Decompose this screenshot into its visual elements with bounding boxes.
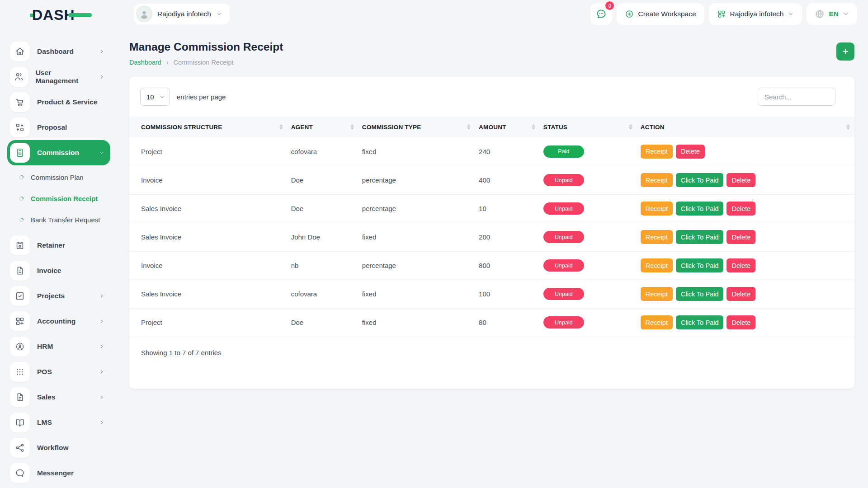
sidebar-item-hrm[interactable]: HRM [7,334,110,359]
click-to-paid-button[interactable]: Click To Paid [676,258,724,272]
page-size-select[interactable]: 10 [140,88,170,106]
receipt-button[interactable]: Receipt [641,258,673,272]
cell-actions: ReceiptDelete [637,137,854,166]
sidebar: Dashboard User Management Product & Serv… [0,29,117,488]
sidebar-item-label: User Management [36,69,91,85]
receipt-button[interactable]: Receipt [641,230,673,244]
receipt-button[interactable]: Receipt [641,315,673,329]
sidebar-item-dashboard[interactable]: Dashboard [7,39,110,64]
click-to-paid-button[interactable]: Click To Paid [676,287,724,301]
delete-button[interactable]: Delete [726,258,755,272]
receipt-button[interactable]: Receipt [641,173,673,187]
cell-amount: 400 [475,166,540,194]
chevron-down-icon [99,150,105,156]
data-table: COMMISSION STRUCTUREAGENTCOMMISSION TYPE… [129,117,854,337]
click-to-paid-button[interactable]: Click To Paid [676,315,724,329]
sidebar-item-commission[interactable]: Commission [7,140,110,165]
cell-actions: ReceiptClick To PaidDelete [637,194,854,223]
column-header[interactable]: COMMISSION STRUCTURE [129,117,288,137]
column-header-label: STATUS [543,124,567,131]
sidebar-item-proposal[interactable]: Proposal [7,115,110,140]
table-row: Invoice nb percentage 800 Unpaid Receipt… [129,251,854,280]
create-workspace-button[interactable]: Create Workspace [617,3,704,25]
entries-per-page-label: entries per page [177,93,226,101]
sidebar-subitem-commission-receipt[interactable]: Commission Receipt [19,188,110,209]
delete-button[interactable]: Delete [726,315,755,329]
sidebar-item-label: Sales [37,393,56,401]
sidebar-item-product-service[interactable]: Product & Service [7,89,110,115]
column-header[interactable]: AGENT [288,117,359,137]
column-header[interactable]: ACTION [637,117,854,137]
language-selector[interactable]: EN [807,3,857,25]
column-header[interactable]: STATUS [540,117,637,137]
accounting-icon [15,316,25,326]
company-selector[interactable]: Rajodiya infotech [709,3,802,25]
company-label: Rajodiya infotech [730,10,784,18]
sidebar-item-messenger[interactable]: Messenger [7,460,110,486]
breadcrumb-dashboard-link[interactable]: Dashboard [129,59,161,66]
column-header[interactable]: COMMISSION TYPE [359,117,475,137]
receipt-button[interactable]: Receipt [641,145,673,159]
topbar: DASH Rajodiya infotech 0 Create Workspac… [0,0,868,29]
sidebar-item-workflow[interactable]: Workflow [7,435,110,460]
calculator-icon [15,148,25,158]
delete-button[interactable]: Delete [676,145,705,159]
click-to-paid-button[interactable]: Click To Paid [676,230,724,244]
cart-icon [15,97,25,107]
delete-button[interactable]: Delete [726,202,755,216]
sort-icon[interactable] [279,124,283,130]
workspace-user-selector[interactable]: Rajodiya infotech [134,4,230,24]
delete-button[interactable]: Delete [726,173,755,187]
sidebar-subitem-label: Commission Receipt [31,195,98,202]
breadcrumb: Dashboard › Commission Receipt [129,59,283,66]
sidebar-item-label: Proposal [37,123,67,131]
click-to-paid-button[interactable]: Click To Paid [676,173,724,187]
sidebar-item-sales[interactable]: Sales [7,385,110,410]
sidebar-item-accounting[interactable]: Accounting [7,309,110,334]
sidebar-subitem-bank-transfer-request[interactable]: Bank Transfer Request [19,209,110,230]
sidebar-item-label: Product & Service [37,98,98,106]
sidebar-item-user-management[interactable]: User Management [7,64,110,89]
sidebar-subitem-label: Bank Transfer Request [31,216,100,224]
delete-button[interactable]: Delete [726,230,755,244]
chevron-down-icon [788,11,794,17]
sort-icon[interactable] [467,124,471,130]
sidebar-item-projects[interactable]: Projects [7,283,110,309]
sidebar-item-pos[interactable]: POS [7,359,110,385]
delete-button[interactable]: Delete [726,287,755,301]
cell-actions: ReceiptClick To PaidDelete [637,166,854,194]
column-header-label: COMMISSION STRUCTURE [141,124,222,131]
page-title: Manage Commission Receipt [129,41,283,53]
table-row: Sales Invoice cofovara fixed 100 Unpaid … [129,280,854,308]
sidebar-subitem-commission-plan[interactable]: Commission Plan [19,167,110,188]
pos-icon [15,367,25,377]
search-input[interactable] [758,88,835,106]
table-row: Project cofovara fixed 240 Paid ReceiptD… [129,137,854,166]
chevron-right-icon [99,343,105,350]
column-header[interactable]: AMOUNT [475,117,540,137]
click-to-paid-button[interactable]: Click To Paid [676,202,724,216]
chevron-down-icon [216,11,222,17]
sidebar-item-label: Projects [37,292,65,300]
sort-icon[interactable] [350,124,354,130]
receipt-button[interactable]: Receipt [641,287,673,301]
sidebar-item-invoice[interactable]: Invoice [7,258,110,283]
sidebar-item-label: HRM [37,343,53,351]
sort-icon[interactable] [846,124,850,130]
workspace-user-label: Rajodiya infotech [157,10,211,18]
sort-icon[interactable] [532,124,535,130]
column-header-label: COMMISSION TYPE [362,124,421,131]
sidebar-item-retainer[interactable]: Retainer [7,233,110,258]
messages-button[interactable]: 0 [590,3,612,25]
globe-icon [815,9,825,19]
sort-icon[interactable] [629,124,632,130]
users-icon [14,72,24,82]
add-commission-receipt-button[interactable]: + [836,42,854,61]
plus-circle-icon [625,9,634,19]
messenger-icon [15,468,25,478]
receipt-button[interactable]: Receipt [641,202,673,216]
cell-actions: ReceiptClick To PaidDelete [637,223,854,251]
status-badge: Unpaid [543,288,584,300]
cell-commission-type: fixed [359,137,475,166]
sidebar-item-lms[interactable]: LMS [7,410,110,435]
